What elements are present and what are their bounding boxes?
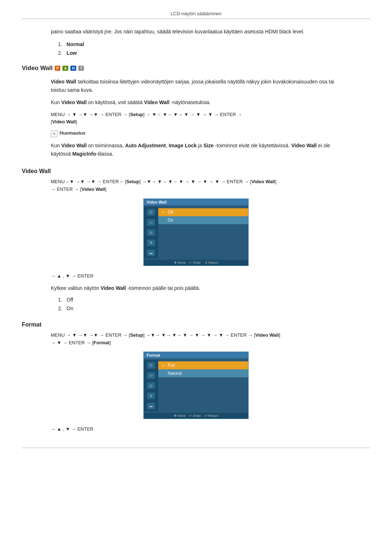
- osd-icon-2: ▭: [147, 219, 155, 226]
- osd-footer-return: ↺ Return: [205, 261, 219, 264]
- badge-t: T: [78, 66, 84, 71]
- format-osd-item-full: ✓ Full: [158, 361, 248, 369]
- osd-menu-items: ✓ Off On: [158, 207, 248, 258]
- format-osd-icon-1: ⊡: [147, 362, 155, 369]
- osd-item-off: ✓ Off: [158, 208, 248, 216]
- video-wall-arrow-instruction: → ▲ , ▼ → ENTER: [51, 272, 341, 280]
- video-wall-para1: Video Wall tarkoittaa toisiinsa liitetty…: [51, 78, 341, 94]
- format-body: MENU → ▼ →▼ →▼ → ENTER → [Setup] →▼→ ▼→ …: [51, 332, 341, 433]
- format-osd-menu-items: ✓ Full Natural: [158, 360, 248, 411]
- osd-icon-1: ⊡: [147, 209, 155, 216]
- video-wall-menu-path: MENU → ▼ →▼ →▼ → ENTER → [Setup] → ▼→ ▼→…: [51, 111, 341, 126]
- osd-footer-enter: ↵ Enter: [189, 261, 201, 264]
- format-osd-icon-4: ⚙: [147, 393, 155, 399]
- intro-paragraph: paino saattaa vääristyä jne. Jos näin ta…: [51, 28, 341, 36]
- format-osd-icons: ⊡ ▭ ◎ ⚙ ▬: [144, 360, 158, 411]
- list-item: 1. Off: [58, 297, 341, 303]
- list-item: 2. On: [58, 305, 341, 311]
- format-osd-icon-5: ▬: [147, 403, 155, 409]
- format-osd-footer-enter: ↵ Enter: [189, 414, 201, 418]
- note-box: ✎ Huomautus: [51, 130, 341, 137]
- osd-item-on: On: [158, 216, 248, 224]
- osd-title: Video Wall: [144, 199, 248, 205]
- page-title: LCD-näytön säätäminen: [22, 11, 370, 16]
- video-wall-sub-body: MENU→▼ →▼ →▼ → ENTER→ [Setup] →▼→ ▼→ ▼→ …: [51, 178, 341, 311]
- osd-body: ⊡ ▭ ◎ ⚙ ▬ ✓ Off On: [144, 205, 248, 260]
- osd-icon-3: ◎: [147, 229, 155, 236]
- badge-h: H: [70, 66, 76, 71]
- video-wall-description: Kytkee valitun näytön Video Wall -toimin…: [51, 284, 341, 292]
- format-osd-body: ⊡ ▭ ◎ ⚙ ▬ ✓ Full Natural: [144, 358, 248, 413]
- format-osd-footer: ❖ Move ↵ Enter ↺ Return: [144, 413, 248, 419]
- video-wall-sub-heading: Video Wall: [22, 168, 370, 175]
- note-text: Kun Video Wall on toiminnassa, Auto Adju…: [51, 141, 341, 158]
- format-arrow-instruction: → ▲ , ▼ → ENTER: [51, 426, 341, 433]
- badge-p: P: [55, 66, 60, 71]
- video-wall-body: Video Wall tarkoittaa toisiinsa liitetty…: [51, 78, 341, 158]
- format-heading: Format: [22, 321, 370, 328]
- format-osd-box: Format ⊡ ▭ ◎ ⚙ ▬ ✓ Full: [143, 352, 249, 419]
- top-divider: [22, 19, 370, 19]
- video-wall-para2: Kun Video Wall on käytössä, voit säätää …: [51, 98, 341, 106]
- format-osd-footer-return: ↺ Return: [205, 414, 219, 418]
- osd-icon-5: ▬: [147, 250, 155, 256]
- osd-box: Video Wall ⊡ ▭ ◎ ⚙ ▬ ✓ Off: [143, 198, 249, 266]
- video-wall-sub-menu-path: MENU→▼ →▼ →▼ → ENTER→ [Setup] →▼→ ▼→ ▼→ …: [51, 178, 341, 193]
- list-item: 1. Normal: [58, 41, 370, 47]
- osd-footer-move: ❖ Move: [174, 261, 186, 264]
- format-osd-icon-3: ◎: [147, 382, 155, 389]
- video-wall-osd: Video Wall ⊡ ▭ ◎ ⚙ ▬ ✓ Off: [51, 198, 341, 266]
- list-item: 2. Low: [58, 50, 370, 56]
- format-osd-item-natural: Natural: [158, 369, 248, 377]
- video-wall-heading: Video Wall P A H T: [22, 65, 370, 72]
- format-osd-footer-move: ❖ Move: [174, 414, 186, 418]
- osd-footer: ❖ Move ↵ Enter ↺ Return: [144, 260, 248, 266]
- format-osd-title: Format: [144, 352, 248, 358]
- format-menu-path: MENU → ▼ →▼ →▼ → ENTER → [Setup] →▼→ ▼→ …: [51, 332, 341, 347]
- note-label: Huomautus: [60, 130, 86, 136]
- osd-icon-4: ⚙: [147, 239, 155, 246]
- note-icon: ✎: [51, 131, 57, 137]
- osd-icons: ⊡ ▭ ◎ ⚙ ▬: [144, 207, 158, 258]
- format-osd: Format ⊡ ▭ ◎ ⚙ ▬ ✓ Full: [51, 352, 341, 419]
- bottom-divider: [22, 448, 370, 448]
- video-wall-options-list: 1. Off 2. On: [58, 297, 341, 311]
- hdmi-list: 1. Normal 2. Low: [58, 41, 370, 56]
- format-osd-icon-2: ▭: [147, 372, 155, 379]
- badge-a: A: [62, 66, 68, 71]
